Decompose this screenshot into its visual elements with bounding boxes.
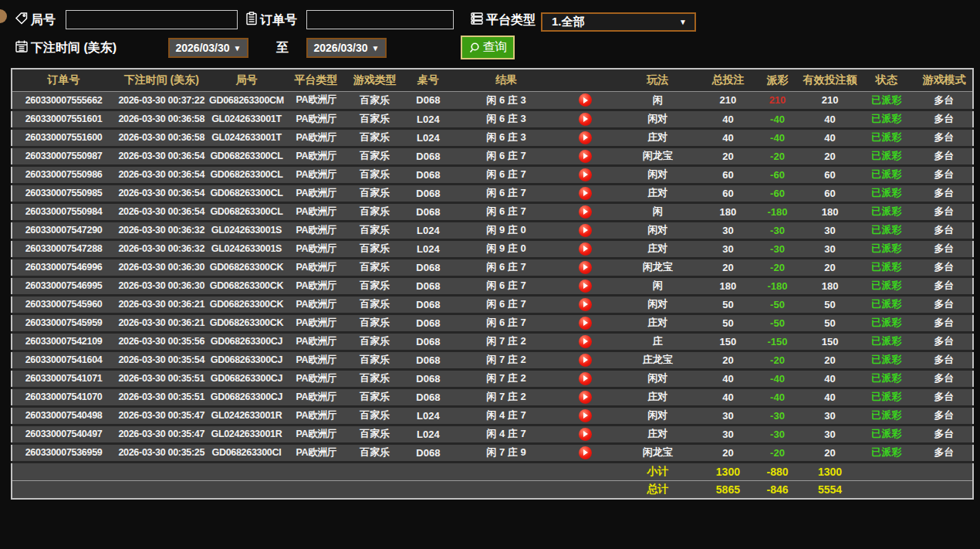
cell-bet-time: 2026-03-30 00:36:30 — [115, 258, 208, 276]
cell-status: 已派彩 — [857, 239, 916, 258]
cell-table-no: D068 — [403, 276, 454, 295]
video-replay-icon[interactable] — [579, 168, 592, 181]
cell-valid-bet: 40 — [803, 110, 857, 128]
cell-order-no: 260330007541070 — [12, 388, 115, 406]
video-replay-icon[interactable] — [579, 150, 592, 163]
date-from-value: 2026/03/30 — [176, 42, 230, 54]
video-replay-icon[interactable] — [579, 224, 592, 237]
cell-payout: -30 — [752, 239, 803, 258]
video-replay-icon[interactable] — [579, 335, 592, 348]
platform-type-select[interactable]: 1.全部 ▼ — [541, 12, 696, 32]
col-round-no: 局号 — [208, 69, 285, 91]
cell-video — [559, 110, 611, 128]
cell-play-type: 庄对 — [611, 239, 704, 258]
cell-video — [559, 202, 611, 221]
cell-round-no: GD068263300CJ — [208, 351, 285, 369]
video-replay-icon[interactable] — [579, 372, 592, 385]
cell-bet-time: 2026-03-30 00:35:51 — [115, 388, 208, 406]
cell-platform: PA欧洲厅 — [286, 239, 347, 258]
round-no-input[interactable] — [66, 10, 238, 29]
video-replay-icon[interactable] — [579, 242, 592, 256]
cell-valid-bet: 180 — [803, 202, 857, 221]
cell-total-bet: 30 — [704, 221, 752, 239]
table-header: 订单号 下注时间 (美东) 局号 平台类型 游戏类型 桌号 结果 玩法 总投注 … — [12, 69, 973, 91]
cell-bet-time: 2026-03-30 00:35:25 — [115, 443, 208, 462]
col-result: 结果 — [454, 69, 559, 91]
cell-result: 闲 7 庄 2 — [454, 351, 559, 369]
video-replay-icon[interactable] — [579, 93, 592, 107]
date-to-picker[interactable]: 2026/03/30 ▼ — [306, 38, 387, 58]
filter-bar: 局号 订单号 平台类型 1.全部 ▼ 下注时间 (美东) 2026/03/30 … — [0, 0, 980, 68]
cell-game-mode: 多台 — [916, 184, 973, 202]
col-video — [559, 69, 611, 91]
cell-game-type: 百家乐 — [347, 351, 403, 369]
cell-round-no: GL0242633001R — [208, 425, 285, 443]
cell-total-bet: 50 — [704, 313, 752, 332]
cell-bet-time: 2026-03-30 00:35:54 — [115, 351, 208, 369]
cell-bet-time: 2026-03-30 00:36:54 — [115, 147, 208, 165]
cell-total-bet: 30 — [704, 239, 752, 258]
table-row: 260330007555662 2026-03-30 00:37:22 GD06… — [12, 91, 973, 110]
cell-total-bet: 210 — [704, 91, 752, 110]
clipboard-icon — [245, 12, 259, 25]
order-no-input[interactable] — [306, 10, 454, 29]
video-replay-icon[interactable] — [579, 391, 592, 404]
video-replay-icon[interactable] — [579, 280, 592, 293]
cell-play-type: 闲龙宝 — [611, 147, 704, 165]
cell-platform: PA欧洲厅 — [286, 128, 347, 147]
cell-bet-time: 2026-03-30 00:36:32 — [115, 221, 208, 239]
cell-order-no: 260330007551600 — [12, 128, 115, 147]
cell-result: 闲 4 庄 7 — [454, 406, 559, 425]
cell-round-no: GL0242633001S — [208, 221, 285, 239]
video-replay-icon[interactable] — [579, 205, 592, 219]
cell-game-mode: 多台 — [916, 313, 973, 332]
cell-order-no: 260330007550986 — [12, 165, 115, 184]
video-replay-icon[interactable] — [579, 409, 592, 422]
video-replay-icon[interactable] — [579, 446, 592, 459]
cell-platform: PA欧洲厅 — [286, 369, 347, 388]
cell-game-mode: 多台 — [916, 351, 973, 369]
search-icon — [468, 42, 481, 54]
cell-order-no: 260330007546995 — [12, 276, 115, 295]
cell-order-no: 260330007541071 — [12, 369, 115, 388]
corner-dot — [0, 9, 7, 23]
video-replay-icon[interactable] — [579, 298, 592, 311]
cell-play-type: 闲对 — [611, 369, 704, 388]
cell-order-no: 260330007547290 — [12, 221, 115, 239]
cell-game-type: 百家乐 — [347, 110, 403, 128]
cell-total-bet: 60 — [704, 165, 752, 184]
cell-platform: PA欧洲厅 — [286, 443, 347, 462]
cell-order-no: 260330007547288 — [12, 239, 115, 258]
cell-video — [559, 369, 611, 388]
cell-order-no: 260330007536959 — [12, 443, 115, 462]
cell-game-mode: 多台 — [916, 258, 973, 276]
cell-valid-bet: 20 — [803, 258, 857, 276]
cell-play-type: 庄对 — [611, 388, 704, 406]
date-from-picker[interactable]: 2026/03/30 ▼ — [168, 38, 248, 58]
video-replay-icon[interactable] — [579, 187, 592, 200]
cell-video — [559, 128, 611, 147]
cell-total-bet: 150 — [704, 332, 752, 351]
total-payout: -846 — [752, 480, 803, 499]
cell-table-no: D068 — [403, 369, 454, 388]
order-no-label: 订单号 — [260, 10, 297, 30]
table-row: 260330007541071 2026-03-30 00:35:51 GD06… — [12, 369, 973, 388]
cell-total-bet: 40 — [704, 128, 752, 147]
video-replay-icon[interactable] — [579, 354, 592, 367]
cell-platform: PA欧洲厅 — [286, 295, 347, 313]
cell-total-bet: 40 — [704, 110, 752, 128]
video-replay-icon[interactable] — [579, 317, 592, 330]
table-row: 260330007540497 2026-03-30 00:35:47 GL02… — [12, 425, 973, 443]
cell-platform: PA欧洲厅 — [286, 425, 347, 443]
search-button[interactable]: 查询 — [461, 36, 515, 59]
cell-payout: -40 — [752, 388, 803, 406]
video-replay-icon[interactable] — [579, 113, 592, 126]
cell-total-bet: 20 — [704, 258, 752, 276]
cell-round-no: GD068263300CK — [208, 276, 285, 295]
chevron-down-icon: ▼ — [234, 44, 242, 53]
video-replay-icon[interactable] — [579, 131, 592, 144]
video-replay-icon[interactable] — [579, 428, 592, 441]
cell-total-bet: 180 — [704, 276, 752, 295]
video-replay-icon[interactable] — [579, 261, 592, 274]
cell-status: 已派彩 — [857, 91, 916, 110]
